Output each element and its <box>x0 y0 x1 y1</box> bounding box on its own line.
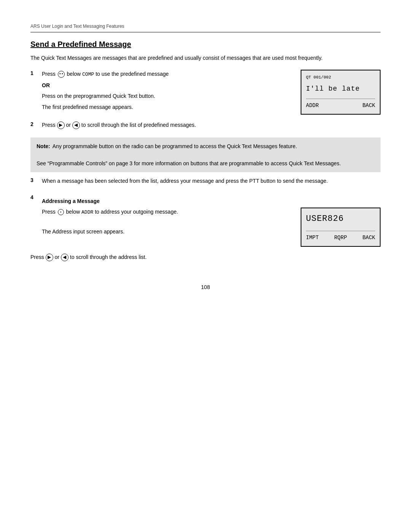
bottom-arrow-left-icon: ◀ <box>61 254 68 261</box>
lcd-btn-addr: ADDR <box>306 101 319 110</box>
note-row: Note: Any programmable button on the rad… <box>37 142 374 150</box>
arrow-left-icon: ◀ <box>72 121 80 129</box>
step-3-number: 3 <box>30 177 42 183</box>
step-4-text: Press • below ADDR to address your outgo… <box>42 208 289 247</box>
lcd-btn-back: BACK <box>362 101 375 110</box>
page-number: 108 <box>30 284 381 290</box>
step-2-row: 2 Press ▶ or ◀ to scroll through the lis… <box>30 121 381 131</box>
lcd-display-1: QT 001/002 I'll be late ADDR BACK <box>301 70 381 115</box>
intro-text: The Quick Text Messages are messages tha… <box>30 54 381 62</box>
note-bold: Note: <box>37 142 50 150</box>
note-section: Note: Any programmable button on the rad… <box>30 137 381 172</box>
step-1-or: OR <box>42 81 289 89</box>
lcd-display-1-small: QT 001/002 <box>306 74 375 81</box>
lcd-display-2-user: USER826 <box>306 212 375 225</box>
bottom-press-text: Press ▶ or ◀ to scroll through the addre… <box>30 253 381 261</box>
lcd-display-2: USER826 IMPT RQRP BACK <box>301 208 381 247</box>
step-3-content: When a message has been selected from th… <box>42 177 381 187</box>
comp-button-icon: •• <box>58 71 65 78</box>
arrow-right-icon: ▶ <box>57 121 65 129</box>
step-4-subheader: Addressing a Message <box>42 197 381 205</box>
lcd2-btn-back: BACK <box>362 233 375 242</box>
step-4-with-display: Press • below ADDR to address your outgo… <box>42 208 381 247</box>
step-4-line1: Press • below ADDR to address your outgo… <box>42 208 289 217</box>
step-4-row: 4 Addressing a Message Press • below ADD… <box>30 194 381 247</box>
breadcrumb: ARS User Login and Text Messaging Featur… <box>30 24 124 29</box>
step-2-content: Press ▶ or ◀ to scroll through the list … <box>42 121 381 131</box>
step-2-line: Press ▶ or ◀ to scroll through the list … <box>42 121 381 129</box>
lcd2-btn-rqrp: RQRP <box>334 233 347 242</box>
note-text: Any programmable button on the radio can… <box>53 142 297 150</box>
step-4-number: 4 <box>30 194 42 200</box>
step-4-content: Addressing a Message Press • below ADDR … <box>42 197 381 247</box>
step-1-line1: Press •• below COMP to use the predefine… <box>42 70 289 79</box>
step-3-line: When a message has been selected from th… <box>42 177 381 185</box>
step-2-number: 2 <box>30 121 42 127</box>
page-title: Send a Predefined Message <box>30 40 381 49</box>
bottom-arrow-right-icon: ▶ <box>46 254 53 261</box>
lcd-display-1-main: I'll be late <box>306 83 375 94</box>
step-4-line2: The Address input screen appears. <box>42 227 289 236</box>
step-1-with-display: Press •• below COMP to use the predefine… <box>42 70 381 115</box>
lcd-display-2-buttons: IMPT RQRP BACK <box>306 231 375 242</box>
header-section: ARS User Login and Text Messaging Featur… <box>30 23 381 32</box>
lcd-display-1-buttons: ADDR BACK <box>306 99 375 110</box>
see-text: See “Programmable Controls” on page 3 fo… <box>37 159 374 168</box>
step-1-line2: Press on the preprogrammed Quick Text bu… <box>42 92 289 100</box>
step-1-line3: The first predefined message appears. <box>42 103 289 111</box>
lcd2-btn-impt: IMPT <box>306 233 319 242</box>
step-1-content: Press •• below COMP to use the predefine… <box>42 70 381 115</box>
addr-button-icon: • <box>58 209 64 215</box>
step-1-number: 1 <box>30 70 42 76</box>
step-3-row: 3 When a message has been selected from … <box>30 177 381 187</box>
step-1-text: Press •• below COMP to use the predefine… <box>42 70 289 113</box>
bottom-press-row: Press ▶ or ◀ to scroll through the addre… <box>30 253 381 261</box>
step-1-row: 1 Press •• below COMP to use the predefi… <box>30 70 381 115</box>
